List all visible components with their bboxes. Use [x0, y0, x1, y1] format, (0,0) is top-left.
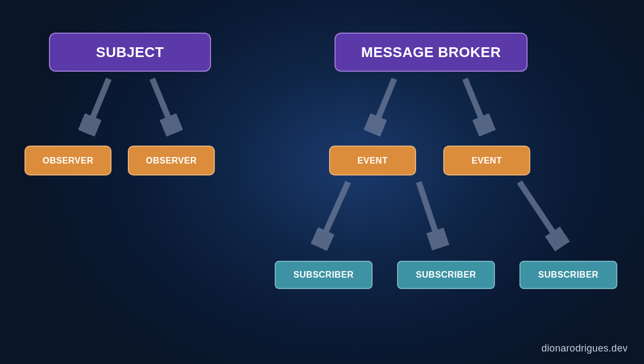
- arrow-icon: [408, 177, 457, 258]
- event-node: EVENT: [329, 146, 416, 175]
- arrow-icon: [362, 73, 405, 144]
- arrow-icon: [511, 177, 577, 258]
- subject-node: SUBJECT: [49, 33, 211, 72]
- subject-label: SUBJECT: [96, 44, 164, 61]
- attribution-text: dionarodrigues.dev: [541, 343, 628, 354]
- subscriber-label: SUBSCRIBER: [294, 270, 354, 280]
- broker-node: MESSAGE BROKER: [335, 33, 528, 72]
- svg-line-2: [375, 79, 394, 125]
- svg-line-3: [465, 79, 484, 125]
- svg-line-6: [519, 182, 558, 239]
- svg-line-0: [90, 79, 109, 125]
- observer-label: OBSERVER: [146, 156, 197, 166]
- svg-line-4: [323, 182, 348, 239]
- subscriber-node: SUBSCRIBER: [519, 261, 617, 289]
- arrow-icon: [141, 73, 185, 144]
- event-label: EVENT: [472, 156, 502, 166]
- svg-line-1: [152, 79, 171, 125]
- arrow-icon: [76, 73, 120, 144]
- subscriber-label: SUBSCRIBER: [538, 270, 599, 280]
- subscriber-node: SUBSCRIBER: [397, 261, 495, 289]
- observer-label: OBSERVER: [42, 156, 94, 166]
- event-label: EVENT: [357, 156, 388, 166]
- arrow-icon: [454, 73, 498, 144]
- broker-label: MESSAGE BROKER: [361, 44, 501, 61]
- observer-node: OBSERVER: [128, 146, 215, 175]
- subscriber-label: SUBSCRIBER: [416, 270, 476, 280]
- observer-node: OBSERVER: [24, 146, 112, 175]
- arrow-icon: [307, 177, 362, 258]
- subscriber-node: SUBSCRIBER: [275, 261, 373, 289]
- svg-line-5: [419, 182, 438, 239]
- event-node: EVENT: [443, 146, 530, 175]
